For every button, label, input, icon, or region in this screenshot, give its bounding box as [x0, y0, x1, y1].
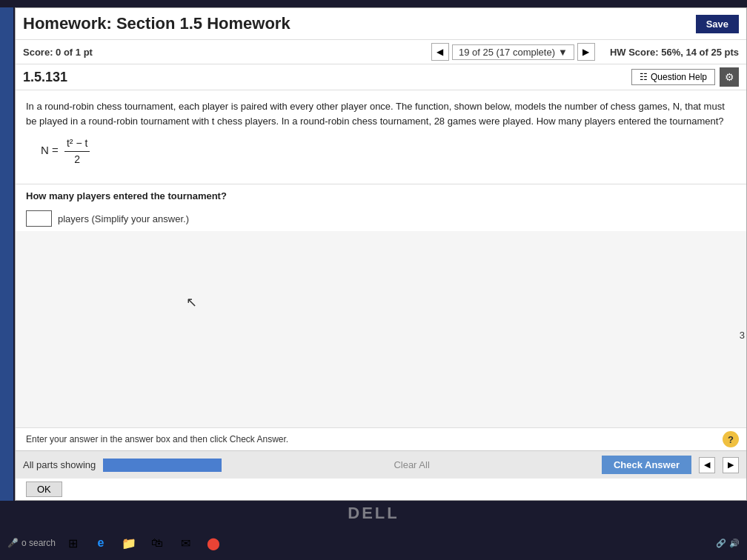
question-num-bar: 1.5.131 ☷ Question Help ⚙	[16, 64, 746, 90]
save-button[interactable]: Save	[696, 15, 739, 33]
work-area: ↖ 3	[16, 231, 746, 427]
progress-text: 19 of 25 (17 complete)	[459, 47, 555, 58]
taskbar-chrome-icon[interactable]: ⬤	[202, 532, 225, 554]
page-title: Homework: Section 1.5 Homework	[23, 14, 696, 33]
all-parts-label: All parts showing	[23, 459, 96, 470]
taskbar-windows-button[interactable]: ⊞	[62, 532, 84, 554]
problem-text: In a round-robin chess tournament, each …	[26, 99, 736, 128]
progress-bar	[103, 459, 222, 472]
formula-numerator: t² − t	[64, 136, 90, 152]
bottom-controls: All parts showing Clear All Check Answer…	[16, 450, 746, 479]
taskbar: 🎤 o search ⊞ e 📁 🛍 ✉ ⬤ 🔗 🔊	[0, 526, 747, 560]
taskbar-store-icon[interactable]: 🛍	[146, 532, 168, 554]
formula-denominator: 2	[72, 152, 82, 167]
question-help-button[interactable]: ☷ Question Help	[631, 69, 715, 85]
formula-prefix: N =	[41, 144, 59, 156]
bottom-prev-button[interactable]: ◀	[699, 457, 715, 473]
instruction-text: Enter your answer in the answer box and …	[26, 434, 288, 444]
answer-input[interactable]	[26, 210, 52, 227]
settings-button[interactable]: ⚙	[720, 67, 739, 87]
bottom-next-button[interactable]: ▶	[723, 457, 739, 473]
volume-icon: 🔊	[729, 539, 740, 548]
question-help-label: Question Help	[651, 72, 707, 82]
next-question-button[interactable]: ▶	[577, 43, 595, 61]
footer-instruction: Enter your answer in the answer box and …	[16, 427, 746, 450]
nav-controls: ◀ 19 of 25 (17 complete) ▼ ▶	[431, 43, 595, 61]
taskbar-search: 🎤 o search	[7, 538, 56, 548]
taskbar-edge-icon[interactable]: e	[90, 532, 112, 554]
dropdown-icon[interactable]: ▼	[558, 47, 568, 58]
network-icon: 🔗	[716, 539, 726, 548]
ok-button[interactable]: OK	[26, 481, 62, 497]
prev-question-button[interactable]: ◀	[431, 43, 449, 61]
help-circle-button[interactable]: ?	[723, 431, 739, 447]
left-edge-decoration	[0, 7, 13, 501]
progress-label: 19 of 25 (17 complete) ▼	[452, 44, 574, 60]
list-icon: ☷	[640, 72, 648, 82]
question-help-area: ☷ Question Help ⚙	[631, 67, 739, 87]
sub-question: How many players entered the tournament?	[16, 184, 746, 206]
formula-block: N = t² − t 2	[41, 136, 736, 167]
search-text[interactable]: o search	[21, 538, 56, 548]
score-label: Score: 0 of 1 pt	[23, 47, 431, 58]
main-window: Homework: Section 1.5 Homework Save Scor…	[15, 7, 747, 501]
formula-fraction: t² − t 2	[64, 136, 90, 167]
taskbar-folder-icon[interactable]: 📁	[118, 532, 140, 554]
answer-area: players (Simplify your answer.)	[16, 206, 746, 231]
side-number: 3	[740, 330, 745, 341]
question-number: 1.5.131	[23, 70, 67, 85]
hw-score-label: HW Score: 56%, 14 of 25 pts	[610, 47, 739, 58]
mic-icon: 🎤	[7, 538, 19, 548]
taskbar-mail-icon[interactable]: ✉	[174, 532, 196, 554]
check-answer-button[interactable]: Check Answer	[602, 456, 691, 474]
answer-label: players (Simplify your answer.)	[58, 213, 189, 224]
clear-all-button[interactable]: Clear All	[229, 459, 594, 470]
score-bar: Score: 0 of 1 pt ◀ 19 of 25 (17 complete…	[16, 40, 746, 64]
dell-brand: DELL	[348, 504, 399, 523]
ok-area: OK	[16, 479, 746, 500]
cursor-indicator: ↖	[186, 294, 197, 310]
taskbar-right: 🔗 🔊	[716, 539, 740, 548]
problem-content: In a round-robin chess tournament, each …	[16, 90, 746, 184]
header-bar: Homework: Section 1.5 Homework Save	[16, 8, 746, 40]
